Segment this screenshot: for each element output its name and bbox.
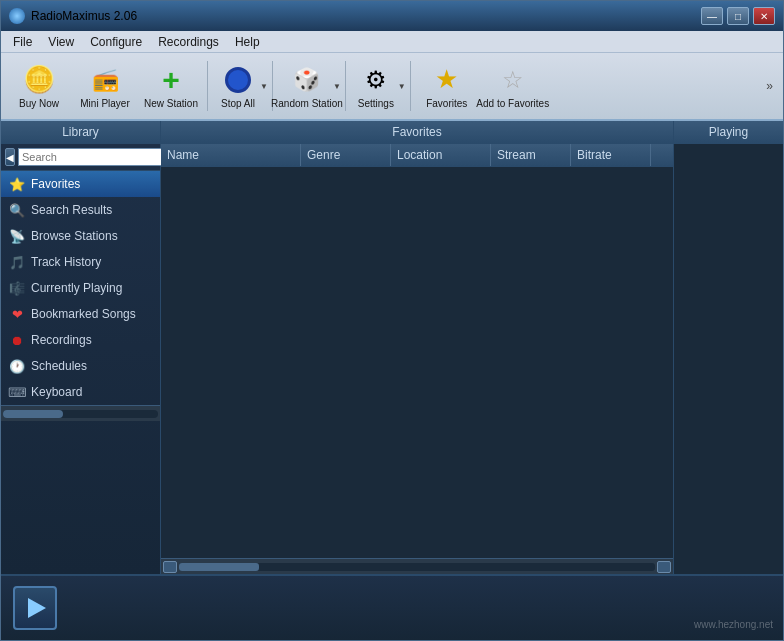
sidebar-item-bookmarked-songs[interactable]: ❤Bookmarked Songs bbox=[1, 301, 160, 327]
menu-view[interactable]: View bbox=[40, 33, 82, 51]
mini-player-label: Mini Player bbox=[80, 98, 129, 109]
scrollbar-left-btn[interactable] bbox=[163, 561, 177, 573]
toolbar-separator-4 bbox=[410, 61, 411, 111]
main-content: Library ◀ ▼ ⭐Favorites🔍Search Results📡Br… bbox=[1, 121, 783, 574]
new-station-label: New Station bbox=[144, 98, 198, 109]
new-station-button[interactable]: + New Station bbox=[139, 57, 203, 115]
toolbar-separator-3 bbox=[345, 61, 346, 111]
random-station-dropdown[interactable]: ▼ bbox=[333, 82, 341, 91]
sidebar-item-label-currently-playing: Currently Playing bbox=[31, 281, 122, 295]
keyboard-icon: ⌨ bbox=[9, 384, 25, 400]
menubar: FileViewConfigureRecordingsHelp bbox=[1, 31, 783, 53]
sidebar-item-track-history[interactable]: 🎵Track History bbox=[1, 249, 160, 275]
stop-all-icon bbox=[222, 64, 254, 96]
buy-now-button[interactable]: 🪙 Buy Now bbox=[7, 57, 71, 115]
col-header-bitrate[interactable]: Bitrate bbox=[571, 144, 651, 166]
sidebar-item-recordings[interactable]: ⏺Recordings bbox=[1, 327, 160, 353]
add-to-favorites-button[interactable]: ☆ Add to Favorites bbox=[481, 57, 545, 115]
settings-label: Settings bbox=[358, 98, 394, 109]
titlebar-controls: — □ ✕ bbox=[701, 7, 775, 25]
search-bar: ◀ ▼ bbox=[1, 144, 160, 171]
titlebar-title: RadioMaximus 2.06 bbox=[31, 9, 137, 23]
minimize-button[interactable]: — bbox=[701, 7, 723, 25]
sidebar-item-label-bookmarked-songs: Bookmarked Songs bbox=[31, 307, 136, 321]
add-to-favorites-label: Add to Favorites bbox=[476, 98, 549, 109]
settings-group: ⚙ Settings ▼ bbox=[350, 57, 406, 115]
sidebar: Library ◀ ▼ ⭐Favorites🔍Search Results📡Br… bbox=[1, 121, 161, 574]
col-header-genre[interactable]: Genre bbox=[301, 144, 391, 166]
random-station-icon: 🎲 bbox=[291, 64, 323, 96]
col-header-location[interactable]: Location bbox=[391, 144, 491, 166]
sidebar-item-keyboard[interactable]: ⌨Keyboard bbox=[1, 379, 160, 405]
settings-button[interactable]: ⚙ Settings bbox=[350, 57, 402, 115]
sidebar-item-browse-stations[interactable]: 📡Browse Stations bbox=[1, 223, 160, 249]
col-header-stream[interactable]: Stream bbox=[491, 144, 571, 166]
sidebar-item-schedules[interactable]: 🕐Schedules bbox=[1, 353, 160, 379]
right-panel: Playing bbox=[673, 121, 783, 574]
sidebar-item-currently-playing[interactable]: 🎼Currently Playing bbox=[1, 275, 160, 301]
stop-all-dropdown[interactable]: ▼ bbox=[260, 82, 268, 91]
close-button[interactable]: ✕ bbox=[753, 7, 775, 25]
menu-help[interactable]: Help bbox=[227, 33, 268, 51]
sidebar-item-search-results[interactable]: 🔍Search Results bbox=[1, 197, 160, 223]
scrollbar-horizontal-track bbox=[179, 563, 655, 571]
playing-header: Playing bbox=[674, 121, 783, 144]
maximize-button[interactable]: □ bbox=[727, 7, 749, 25]
sidebar-scrollbar[interactable] bbox=[1, 405, 160, 421]
random-station-group: 🎲 Random Station ▼ bbox=[277, 57, 341, 115]
scrollbar-right-btn[interactable] bbox=[657, 561, 671, 573]
schedules-icon: 🕐 bbox=[9, 358, 25, 374]
settings-icon: ⚙ bbox=[360, 64, 392, 96]
mini-player-icon: 📻 bbox=[89, 64, 121, 96]
menu-file[interactable]: File bbox=[5, 33, 40, 51]
scrollbar-track bbox=[3, 410, 158, 418]
menu-recordings[interactable]: Recordings bbox=[150, 33, 227, 51]
search-results-icon: 🔍 bbox=[9, 202, 25, 218]
menu-configure[interactable]: Configure bbox=[82, 33, 150, 51]
favorites-button[interactable]: ★ Favorites bbox=[415, 57, 479, 115]
random-station-button[interactable]: 🎲 Random Station bbox=[277, 57, 337, 115]
add-to-favorites-icon: ☆ bbox=[497, 64, 529, 96]
bottom-player bbox=[1, 574, 783, 640]
search-input[interactable] bbox=[18, 148, 164, 166]
toolbar: 🪙 Buy Now 📻 Mini Player + New Station St… bbox=[1, 53, 783, 121]
app-icon bbox=[9, 8, 25, 24]
favorites-panel-header: Favorites bbox=[161, 121, 673, 144]
watermark: www.hezhong.net bbox=[694, 619, 773, 630]
center-scrollbar[interactable] bbox=[161, 558, 673, 574]
sidebar-item-label-browse-stations: Browse Stations bbox=[31, 229, 118, 243]
bookmarked-songs-icon: ❤ bbox=[9, 306, 25, 322]
library-header: Library bbox=[1, 121, 160, 144]
sidebar-item-label-recordings: Recordings bbox=[31, 333, 92, 347]
sidebar-item-label-schedules: Schedules bbox=[31, 359, 87, 373]
stop-all-button[interactable]: Stop All bbox=[212, 57, 264, 115]
sidebar-item-label-keyboard: Keyboard bbox=[31, 385, 82, 399]
play-button[interactable] bbox=[13, 586, 57, 630]
favorites-icon: ★ bbox=[431, 64, 463, 96]
sidebar-item-label-search-results: Search Results bbox=[31, 203, 112, 217]
playing-content bbox=[674, 144, 783, 574]
table-header: Name Genre Location Stream Bitrate bbox=[161, 144, 673, 167]
toolbar-separator-1 bbox=[207, 61, 208, 111]
sidebar-item-favorites[interactable]: ⭐Favorites bbox=[1, 171, 160, 197]
track-history-icon: 🎵 bbox=[9, 254, 25, 270]
nav-back-button[interactable]: ◀ bbox=[5, 148, 15, 166]
scrollbar-horizontal-thumb bbox=[179, 563, 259, 571]
mini-player-button[interactable]: 📻 Mini Player bbox=[73, 57, 137, 115]
play-icon bbox=[28, 598, 46, 618]
buy-now-icon: 🪙 bbox=[23, 64, 55, 96]
col-header-name[interactable]: Name bbox=[161, 144, 301, 166]
browse-stations-icon: 📡 bbox=[9, 228, 25, 244]
toolbar-more-button[interactable]: » bbox=[762, 75, 777, 97]
sidebar-items: ⭐Favorites🔍Search Results📡Browse Station… bbox=[1, 171, 160, 405]
recordings-icon: ⏺ bbox=[9, 332, 25, 348]
titlebar-left: RadioMaximus 2.06 bbox=[9, 8, 137, 24]
buy-now-label: Buy Now bbox=[19, 98, 59, 109]
table-body bbox=[161, 167, 673, 558]
settings-dropdown[interactable]: ▼ bbox=[398, 82, 406, 91]
random-station-label: Random Station bbox=[271, 98, 343, 109]
sidebar-item-label-track-history: Track History bbox=[31, 255, 101, 269]
favorites-label: Favorites bbox=[426, 98, 467, 109]
new-station-icon: + bbox=[155, 64, 187, 96]
titlebar: RadioMaximus 2.06 — □ ✕ bbox=[1, 1, 783, 31]
